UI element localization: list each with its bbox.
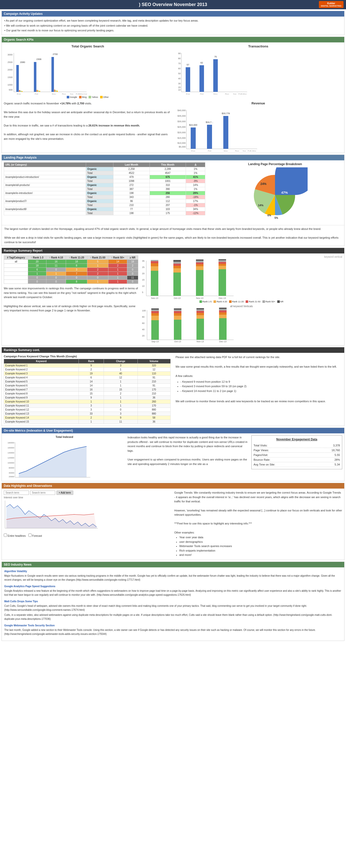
kw-table-title: Campaign Focus Keyword Change This Month… (4, 355, 170, 358)
add-term-button[interactable]: + Add term (57, 491, 73, 495)
landing-type: Organic (86, 167, 114, 171)
landing-type: Organic (86, 199, 114, 203)
svg-text:Sep: Sep (17, 93, 21, 94)
revenue-chart-area: Revenue $40,000 $35,000 $30,000 $25,000 … (175, 101, 343, 152)
landing-last: 387 (114, 187, 150, 191)
svg-text:40: 40 (178, 77, 180, 80)
kw-change: 1 (104, 396, 137, 400)
svg-rect-46 (213, 59, 218, 92)
landing-row: URL (or Category) Last Month This Month … (2, 160, 344, 225)
landing-footnote-2: While we did see a drop in total visits … (4, 236, 342, 244)
svg-text:30: 30 (178, 82, 180, 85)
svg-text:Sep-13: Sep-13 (151, 297, 158, 299)
rank-nr: 0 (127, 268, 138, 272)
svg-text:Nov: Nov (224, 150, 228, 151)
svg-text:9/5/2013: 9/5/2013 (73, 478, 80, 478)
landing-type: Total (86, 187, 114, 191)
svg-text:120000: 120000 (7, 457, 14, 459)
svg-rect-142 (196, 311, 204, 313)
forecast-checkbox-label[interactable]: Entire headlines (4, 533, 26, 537)
svg-rect-135 (174, 311, 181, 313)
kw-col-vol: Volume (137, 359, 170, 364)
svg-text:100000: 100000 (7, 462, 14, 464)
svg-rect-104 (196, 270, 203, 296)
kw-change: 11 (104, 420, 137, 424)
rankings-legend: Rank 1-5 Rank 4-20 Rank 11-20 Rank 21-50… (141, 300, 342, 303)
campaign-header: Campaign Activity Updates (2, 11, 344, 17)
all-verticals-label: all keyword Verticals (141, 305, 342, 308)
rank-cont-text-2: We saw some great results this month, a … (176, 364, 343, 369)
kw-vol: 58 (137, 416, 170, 420)
landing-pie-wrap: Landing Page Percentage Breakdown 47% (208, 162, 342, 223)
legend-bing: Bing (79, 96, 87, 98)
rank-col-1: ↑ Rank 1-3 (28, 256, 46, 260)
landing-footnotes: The largest number of visitors landed on… (2, 225, 344, 246)
kw-col-change: Change (104, 359, 137, 364)
svg-text:Oct: Oct (208, 150, 211, 151)
kw-rank: 2 (78, 368, 104, 372)
landing-last: 210 (114, 203, 150, 207)
rank-4: 0 (46, 268, 66, 272)
highlights-text-1: Google Trends: We constantly monitoring … (175, 491, 343, 504)
svg-text:100: 100 (142, 309, 146, 312)
rank-4: 0 (46, 280, 66, 284)
landing-page-header: Landing Page Analysis (2, 155, 344, 160)
news-item: Google Webmaster Tools Security Section … (4, 624, 342, 636)
landing-last: 479 (114, 175, 150, 179)
kw-rank: 9 (78, 364, 104, 368)
kw-name: Example Keyword 13 (4, 412, 79, 416)
data-highlights-section: Data Highlights and Observations + Add t… (1, 483, 345, 560)
svg-marker-163 (19, 446, 87, 477)
svg-rect-141 (196, 313, 204, 315)
kw-table: Keyword Rank Change Volume Example Keywo… (4, 359, 170, 424)
kw-change: 1 (104, 384, 137, 388)
svg-rect-151 (219, 308, 227, 309)
pie-title: Landing Page Percentage Breakdown (208, 162, 342, 166)
kw-rank: 9 (78, 396, 104, 400)
kw-rank: 19 (78, 372, 104, 376)
entire-headlines-checkbox[interactable] (4, 533, 7, 537)
svg-text:1000: 1000 (7, 84, 12, 86)
landing-this: 310 (150, 183, 186, 187)
legend-rank50: Rank 50+ (262, 300, 275, 303)
kw-name: Example Keyword 5 (4, 380, 79, 384)
forecast-checkbox[interactable] (28, 533, 32, 537)
kw-name: Example Keyword 12 (4, 408, 79, 412)
svg-text:20000: 20000 (9, 475, 14, 478)
onsite-text-area: Indexation looks healthy and this rapid … (127, 435, 249, 479)
svg-rect-128 (151, 311, 159, 313)
svg-rect-143 (196, 309, 204, 311)
kw-change: 15 (104, 388, 137, 392)
svg-rect-129 (151, 310, 159, 311)
kw-name: Example Keyword 14 (4, 416, 79, 420)
organic-text-2: We believe this was due to the holiday s… (4, 110, 172, 119)
kw-change: 3 (104, 412, 137, 416)
news-title: Matt Cutts Drops Some Tips (4, 599, 342, 603)
kw-change: 0 (104, 408, 137, 412)
svg-text:Mar: Mar (252, 150, 256, 151)
engagement-value: 5.55 (335, 454, 340, 457)
col-type (86, 162, 114, 167)
landing-type: Total (86, 179, 114, 183)
svg-text:Jan: Jan (242, 150, 246, 151)
svg-rect-136 (174, 310, 181, 311)
svg-text:62: 62 (200, 61, 203, 64)
svg-rect-137 (174, 308, 181, 310)
search-term-input-2[interactable] (30, 491, 55, 495)
rankings-left: # Tag/Category ↑ Rank 1-3 ↑ Rank 4-10 ↑ … (4, 255, 138, 343)
svg-rect-150 (219, 309, 227, 310)
landing-this: 112 (150, 199, 186, 203)
data-highlights-right: Google Trends: We constantly monitoring … (175, 491, 343, 558)
svg-rect-99 (174, 266, 181, 268)
rank-4: 0 (46, 276, 66, 280)
kw-change: 2 (104, 392, 137, 396)
search-term-input[interactable] (4, 491, 29, 495)
transactions-chart: Transactions 90 80 70 60 50 40 30 20 10 … (175, 44, 343, 98)
svg-text:$5,000: $5,000 (179, 146, 186, 148)
kw-name: Example Keyword 7 (4, 388, 79, 392)
kw-vol: 880 (137, 408, 170, 412)
forecast-label[interactable]: Forecast (28, 533, 42, 537)
landing-table: URL (or Category) Last Month This Month … (4, 162, 205, 215)
kw-name: Example Keyword 8 (4, 392, 79, 396)
news-text: The last month, Google added a new secti… (4, 628, 342, 636)
